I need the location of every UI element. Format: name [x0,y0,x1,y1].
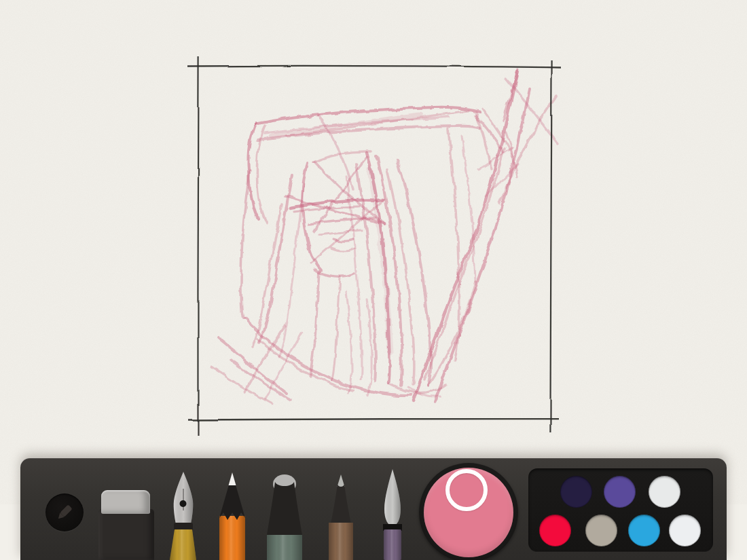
pencil-tip [229,472,236,485]
palette-swatch-5[interactable] [628,515,660,546]
eraser-cap [101,490,150,514]
fountain-pen-tool[interactable] [166,468,200,560]
palette-swatch-0[interactable] [560,476,592,508]
active-color-ring-indicator [445,469,488,511]
marker-shoulder [267,482,302,535]
stroke [188,419,558,419]
fine-liner-cone [331,485,351,524]
color-palette [528,468,713,552]
fine-liner-tool[interactable] [327,472,355,560]
pen-icon [52,500,77,525]
paper-texture [0,0,747,458]
palette-swatch-1[interactable] [604,476,636,508]
brush-tool[interactable] [379,467,406,560]
pen-mode-toggle-button[interactable] [45,493,84,531]
nib-breather-hole [180,500,187,507]
eraser-body [98,509,154,560]
brush-handle-shading [384,529,401,560]
stroke [198,56,198,436]
fine-liner-body-shading [329,523,353,560]
palette-swatch-6[interactable] [669,515,701,546]
pencil-body-shading [219,516,245,560]
palette-swatch-3[interactable] [539,515,571,546]
pencil-tool[interactable] [216,470,249,560]
palette-swatch-2[interactable] [649,476,680,508]
pen-body-shading [170,529,196,560]
tool-tray [20,458,727,560]
palette-swatch-4[interactable] [585,515,617,546]
fine-liner-tip [338,474,345,487]
marker-body-shading [267,535,302,560]
brush-bristle-shading [384,469,401,527]
marker-tool[interactable] [262,472,307,560]
